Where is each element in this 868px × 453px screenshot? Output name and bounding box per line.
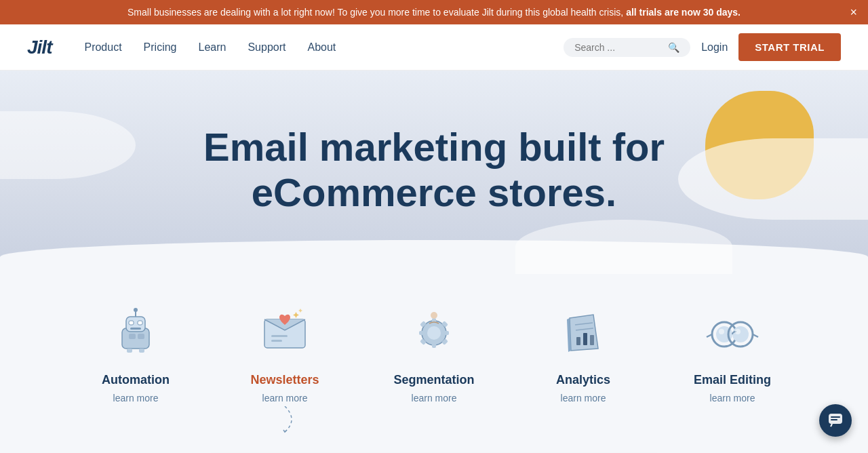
search-box: 🔍	[564, 38, 690, 57]
svg-rect-4	[129, 321, 134, 325]
svg-rect-19	[443, 331, 449, 335]
wave-decoration	[0, 240, 868, 274]
analytics-icon	[549, 301, 617, 362]
preview-section	[0, 447, 868, 453]
nav-product[interactable]: Product	[84, 41, 121, 54]
feature-automation: Automation learn more	[61, 301, 210, 433]
automation-icon	[102, 301, 170, 362]
banner-text: Small businesses are dealing with a lot …	[127, 7, 741, 18]
svg-rect-12	[271, 335, 288, 337]
svg-rect-13	[271, 340, 282, 342]
email-editing-icon	[698, 301, 766, 362]
feature-automation-name: Automation	[102, 373, 170, 387]
nav-pricing[interactable]: Pricing	[144, 41, 177, 54]
feature-analytics: Analytics learn more	[509, 301, 658, 433]
svg-rect-17	[432, 342, 436, 348]
nav-support[interactable]: Support	[248, 41, 285, 54]
nav-about[interactable]: About	[307, 41, 336, 54]
svg-point-35	[735, 329, 741, 334]
newsletters-icon	[251, 301, 319, 362]
svg-rect-40	[831, 419, 837, 420]
feature-newsletters: Newsletters learn more	[210, 301, 359, 433]
logo[interactable]: Jilt	[27, 37, 52, 58]
svg-rect-18	[419, 331, 425, 335]
svg-rect-6	[130, 328, 141, 330]
svg-point-3	[134, 308, 138, 312]
blob-decoration-bottom	[515, 220, 732, 274]
blob-decoration-right	[678, 138, 868, 220]
feature-segmentation: Segmentation learn more	[359, 301, 509, 433]
feature-automation-link[interactable]: learn more	[113, 393, 159, 403]
search-icon: 🔍	[668, 42, 679, 53]
svg-rect-39	[831, 416, 840, 418]
svg-rect-28	[583, 333, 587, 345]
feature-segmentation-link[interactable]: learn more	[412, 393, 457, 403]
nav-learn[interactable]: Learn	[199, 41, 226, 54]
hero-section: Email marketing built for eCommerce stor…	[0, 71, 868, 274]
svg-rect-38	[829, 414, 842, 424]
svg-rect-29	[590, 335, 594, 345]
feature-email-editing-link[interactable]: learn more	[710, 393, 755, 403]
feature-email-editing: Email Editing learn more	[658, 301, 807, 433]
svg-rect-9	[127, 349, 132, 353]
blob-decoration-left	[0, 111, 136, 179]
feature-analytics-name: Analytics	[556, 373, 610, 387]
login-link[interactable]: Login	[701, 41, 728, 54]
chat-button[interactable]	[819, 404, 852, 437]
nav-right: 🔍 Login START TRIAL	[564, 33, 841, 61]
svg-point-33	[732, 326, 749, 342]
svg-point-15	[427, 326, 441, 340]
search-input[interactable]	[574, 42, 663, 53]
feature-email-editing-name: Email Editing	[694, 373, 771, 387]
features-section: Automation learn more	[0, 274, 868, 447]
announcement-banner: Small businesses are dealing with a lot …	[0, 0, 868, 24]
hero-title: Email marketing built for eCommerce stor…	[197, 125, 671, 215]
nav-links: Product Pricing Learn Support About	[84, 41, 564, 54]
dashed-arrow	[264, 406, 305, 433]
svg-rect-7	[129, 334, 136, 339]
chat-icon	[828, 413, 843, 428]
segmentation-icon	[400, 301, 468, 362]
feature-newsletters-name: Newsletters	[250, 373, 319, 387]
svg-point-24	[431, 312, 437, 319]
svg-rect-8	[138, 334, 144, 339]
feature-segmentation-name: Segmentation	[393, 373, 474, 387]
svg-rect-5	[138, 321, 142, 325]
svg-rect-27	[576, 337, 580, 345]
feature-newsletters-link[interactable]: learn more	[262, 393, 308, 403]
start-trial-button[interactable]: START TRIAL	[738, 33, 841, 61]
banner-close-button[interactable]: ×	[850, 5, 857, 20]
features-grid: Automation learn more	[61, 301, 807, 433]
feature-analytics-link[interactable]: learn more	[561, 393, 606, 403]
main-nav: Jilt Product Pricing Learn Support About…	[0, 24, 868, 71]
svg-rect-10	[139, 349, 144, 353]
svg-point-34	[719, 329, 724, 334]
